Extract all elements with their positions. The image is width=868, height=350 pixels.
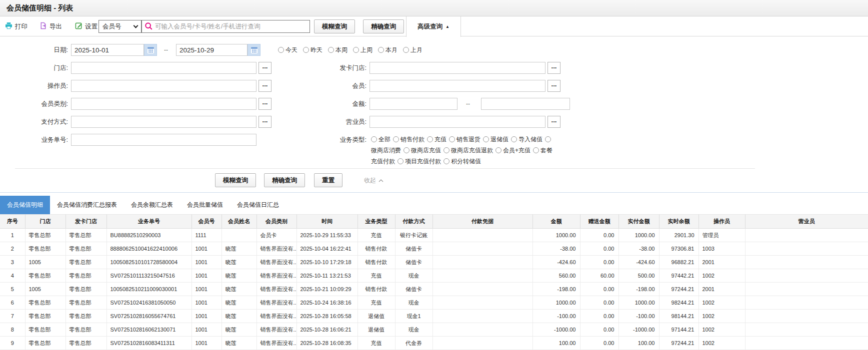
cell: 银行卡记账	[395, 229, 432, 242]
table-row[interactable]: 7零售总部零售总部SV07251028160556747611001晓莲销售界面…	[0, 310, 868, 323]
table-row[interactable]: 9零售总部零售总部SV07251028160834113111001晓莲销售界面…	[0, 337, 868, 350]
search-type-value: 会员号	[102, 22, 122, 31]
collapse-panel-link[interactable]: 收起	[364, 173, 384, 187]
cell: 98144.21	[659, 310, 698, 323]
operator-input[interactable]	[71, 80, 256, 92]
cell: 9	[0, 337, 25, 350]
radio-circle-icon	[278, 47, 284, 53]
biz-type-option-6[interactable]: 导入储值	[511, 136, 542, 143]
table-row[interactable]: 8零售总部零售总部SV07251028160621300711001晓莲销售界面…	[0, 323, 868, 337]
cell: -1000.00	[532, 323, 580, 337]
date-preset-1[interactable]: 今天	[278, 46, 298, 53]
amount-max-input[interactable]	[481, 98, 570, 110]
column-header-8[interactable]: 时间	[296, 215, 358, 229]
salesman-input[interactable]	[370, 116, 546, 128]
column-header-14[interactable]: 实付金额	[618, 215, 659, 229]
pay-method-picker-button[interactable]: ...	[258, 116, 272, 128]
column-header-12[interactable]: 金额	[532, 215, 580, 229]
date-from-calendar-icon[interactable]	[144, 44, 157, 56]
printer-icon	[5, 22, 12, 31]
member-type-picker-button[interactable]: ...	[258, 98, 272, 110]
date-preset-4[interactable]: 上周	[353, 46, 372, 53]
advanced-query-toggle[interactable]: 高级查询 ▲	[406, 16, 461, 37]
column-header-3[interactable]: 发卡门店	[66, 215, 106, 229]
date-from-input[interactable]	[71, 44, 144, 56]
biz-type-option-5[interactable]: 退储值	[483, 136, 508, 143]
tab-4[interactable]: 会员批量储值	[180, 196, 230, 214]
amount-min-input[interactable]	[370, 98, 458, 110]
search-input[interactable]	[155, 23, 307, 30]
date-to-calendar-icon[interactable]	[248, 44, 260, 56]
column-header-4[interactable]: 业务单号	[106, 215, 192, 229]
store-label: 门店:	[0, 62, 68, 74]
salesman-label: 营业员:	[298, 116, 366, 128]
biz-type-option-2[interactable]: 销售付款	[393, 136, 424, 143]
date-to-input[interactable]	[176, 44, 248, 56]
column-header-17[interactable]: 营业员	[745, 215, 868, 229]
tab-5[interactable]: 会员储值日汇总	[230, 196, 286, 214]
cell: 现金1	[395, 310, 432, 323]
table-row[interactable]: 1零售总部零售总部BU888825102900031111会员卡2025-10-…	[0, 229, 868, 242]
table-row[interactable]: 2零售总部零售总部88880625100416224100061001晓莲销售界…	[0, 242, 868, 256]
tab-2[interactable]: 会员储值消费汇总报表	[50, 196, 124, 214]
pay-method-input[interactable]	[71, 116, 256, 128]
store-input[interactable]	[71, 62, 256, 74]
operator-picker-button[interactable]: ...	[258, 80, 272, 92]
cell	[745, 269, 868, 283]
search-type-select[interactable]: 会员号	[98, 20, 142, 33]
reset-button[interactable]: 重置	[314, 173, 342, 187]
exact-query-button[interactable]: 精确查询	[363, 19, 404, 33]
store-picker-button[interactable]: ...	[258, 62, 272, 74]
table-row[interactable]: 4零售总部零售总部SV07251011132150475161001晓莲销售界面…	[0, 269, 868, 283]
table-row[interactable]: 6零售总部零售总部SV07251024163810500501001晓莲销售界面…	[0, 296, 868, 310]
member-input[interactable]	[370, 80, 546, 92]
date-preset-5[interactable]: 本月	[378, 46, 398, 53]
date-preset-3[interactable]: 本周	[328, 46, 348, 53]
member-type-input[interactable]	[71, 98, 256, 110]
cell: 现金	[395, 296, 432, 310]
column-header-7[interactable]: 会员类别	[256, 215, 296, 229]
table-row[interactable]: 51005零售总部10050825102110090300011001晓莲销售界…	[0, 283, 868, 296]
column-header-2[interactable]: 门店	[25, 215, 66, 229]
biz-type-option-12[interactable]: 项目充值付款	[398, 158, 441, 165]
column-header-13[interactable]: 赠送金额	[580, 215, 618, 229]
date-preset-6[interactable]: 上月	[403, 46, 422, 53]
print-button[interactable]: 打印	[5, 16, 28, 36]
cell: SV0725101113215047516	[106, 269, 192, 283]
issue-store-picker-button[interactable]: ...	[548, 62, 560, 74]
column-header-5[interactable]: 会员号	[192, 215, 222, 229]
biz-type-option-9[interactable]: 微商店充值退款	[444, 147, 493, 154]
biz-type-option-10[interactable]: 会员+充值	[496, 147, 530, 154]
page-title: 会员储值明细 - 列表	[6, 3, 73, 13]
column-header-11[interactable]: 付款凭据	[432, 215, 532, 229]
biz-type-option-8[interactable]: 微商店充值	[404, 147, 441, 154]
panel-exact-query-button[interactable]: 精确查询	[264, 173, 305, 187]
date-preset-2[interactable]: 昨天	[303, 46, 322, 53]
tab-3[interactable]: 会员余额汇总表	[124, 196, 180, 214]
cell: -198.00	[618, 283, 659, 296]
column-header-1[interactable]: 序号	[0, 215, 25, 229]
tab-1[interactable]: 会员储值明细	[0, 196, 50, 214]
cell	[745, 242, 868, 256]
salesman-picker-button[interactable]: ...	[548, 116, 560, 128]
fuzzy-query-button[interactable]: 模糊查询	[314, 19, 355, 33]
column-header-10[interactable]: 付款方式	[395, 215, 432, 229]
export-button[interactable]: 导出	[40, 16, 62, 36]
biz-type-option-3-label: 充值	[434, 136, 446, 143]
settings-button[interactable]: 设置	[75, 16, 98, 36]
biz-type-option-4[interactable]: 销售退货	[449, 136, 480, 143]
column-header-16[interactable]: 操作员	[698, 215, 745, 229]
issue-store-input[interactable]	[370, 62, 546, 74]
biz-type-option-13[interactable]: 积分转储值	[444, 158, 481, 165]
biz-no-input[interactable]	[71, 134, 256, 146]
member-picker-button[interactable]: ...	[548, 80, 560, 92]
column-header-15[interactable]: 实时余额	[659, 215, 698, 229]
biz-type-option-1[interactable]: 全部	[371, 136, 390, 143]
panel-fuzzy-query-button[interactable]: 模糊查询	[215, 173, 256, 187]
table-row[interactable]: 31005零售总部10050825101017285800041001晓莲销售界…	[0, 256, 868, 269]
column-header-9[interactable]: 业务类型	[358, 215, 395, 229]
cell	[222, 229, 256, 242]
biz-type-option-3[interactable]: 充值	[427, 136, 446, 143]
column-header-6[interactable]: 会员姓名	[222, 215, 256, 229]
cell: 销售界面没有...	[256, 283, 296, 296]
